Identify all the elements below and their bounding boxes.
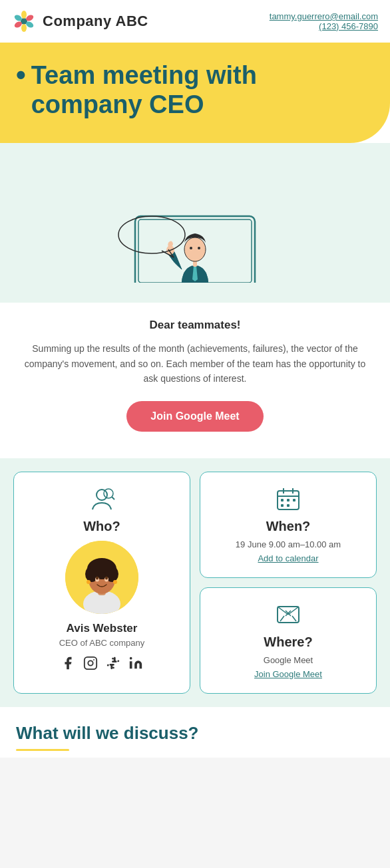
facebook-icon[interactable] — [61, 656, 75, 674]
illustration-area — [0, 143, 390, 303]
svg-point-45 — [93, 659, 95, 660]
hero-title-text: Team meeting with company CEO — [31, 61, 374, 119]
header: Company ABC tammy.guerrero@email.com (12… — [0, 0, 390, 43]
svg-point-26 — [97, 490, 107, 500]
svg-point-42 — [113, 580, 117, 584]
svg-point-1 — [21, 11, 27, 19]
svg-rect-22 — [287, 499, 290, 502]
svg-point-16 — [118, 216, 185, 253]
hero-bullet: • — [16, 61, 26, 89]
svg-line-49 — [278, 607, 288, 615]
where-location: Google Meet — [210, 655, 367, 665]
logo-area: Company ABC — [12, 9, 148, 33]
slack-icon[interactable] — [106, 656, 120, 674]
social-icons — [23, 656, 180, 674]
svg-point-12 — [184, 237, 206, 261]
who-card: Who? — [13, 472, 190, 694]
join-meet-button[interactable]: Join Google Meet — [126, 401, 263, 432]
where-card: Where? Google Meet Join Google Meet — [200, 587, 377, 694]
avatar-image — [65, 541, 138, 614]
svg-point-27 — [104, 489, 113, 498]
calendar-icon — [210, 486, 367, 512]
person-role: CEO of ABC company — [23, 638, 180, 648]
when-card: When? 19 June 9.00 am–10.00 am Add to ca… — [200, 472, 377, 578]
person-icon — [23, 486, 180, 512]
svg-rect-25 — [287, 504, 290, 507]
cta-container: Join Google Meet — [20, 401, 370, 432]
hero-banner: • Team meeting with company CEO — [0, 43, 390, 143]
info-cards-section: When? 19 June 9.00 am–10.00 am Add to ca… — [0, 458, 390, 707]
body-text: Summing up the results of the month (ach… — [20, 341, 370, 386]
svg-point-39 — [96, 576, 98, 579]
avatar-container — [23, 541, 180, 614]
email-link[interactable]: tammy.guerrero@email.com — [270, 11, 378, 21]
who-title: Who? — [23, 519, 180, 534]
contact-info: tammy.guerrero@email.com (123) 456-7890 — [270, 11, 378, 31]
hero-title: • Team meeting with company CEO — [16, 61, 374, 119]
where-title: Where? — [210, 635, 367, 650]
email-wrapper: Company ABC tammy.guerrero@email.com (12… — [0, 0, 390, 758]
avatar-circle — [65, 541, 138, 614]
linkedin-icon[interactable] — [128, 656, 143, 674]
svg-line-50 — [288, 607, 299, 615]
svg-rect-23 — [293, 499, 295, 502]
person-name: Avis Webster — [23, 622, 180, 635]
svg-point-13 — [190, 247, 192, 249]
when-date: 19 June 9.00 am–10.00 am — [210, 539, 367, 549]
svg-point-40 — [105, 576, 108, 579]
location-icon — [210, 601, 367, 628]
logo-icon — [12, 9, 36, 33]
phone-link[interactable]: (123) 456-7890 — [270, 21, 378, 31]
instagram-icon[interactable] — [83, 656, 98, 674]
join-meet-link[interactable]: Join Google Meet — [254, 669, 322, 679]
svg-rect-21 — [281, 499, 284, 502]
greeting: Dear teammates! — [20, 319, 370, 332]
svg-point-47 — [130, 656, 132, 659]
when-title: When? — [210, 519, 367, 534]
svg-rect-43 — [85, 656, 97, 668]
section-title: What will we discuss? — [16, 723, 374, 744]
svg-point-41 — [87, 580, 91, 584]
svg-point-4 — [21, 24, 27, 32]
svg-point-14 — [198, 247, 200, 249]
cards-grid: When? 19 June 9.00 am–10.00 am Add to ca… — [13, 472, 377, 694]
illustration-svg — [95, 163, 295, 283]
bottom-section: What will we discuss? — [0, 707, 390, 758]
svg-point-36 — [90, 559, 114, 573]
company-name: Company ABC — [43, 13, 148, 30]
svg-line-28 — [112, 497, 114, 500]
svg-rect-24 — [281, 504, 284, 507]
svg-rect-46 — [130, 661, 132, 668]
add-to-calendar-link[interactable]: Add to calendar — [258, 553, 318, 563]
body-content: Dear teammates! Summing up the results o… — [0, 303, 390, 458]
section-underline — [16, 749, 69, 751]
svg-point-44 — [88, 660, 93, 665]
